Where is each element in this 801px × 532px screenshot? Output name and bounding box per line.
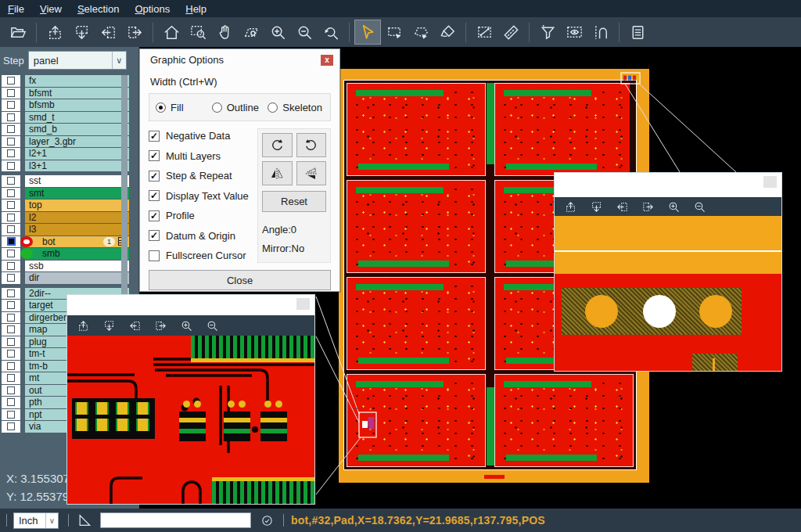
layer-row-bfsmb[interactable]: bfsmb [0, 99, 129, 111]
layer-visibility-checkbox[interactable] [7, 289, 15, 297]
menu-item-view[interactable]: View [32, 2, 70, 16]
layer-row-dir[interactable]: dir [0, 272, 129, 284]
rotate-ccw-button[interactable] [296, 133, 327, 157]
layer-visibility-checkbox[interactable] [7, 125, 15, 133]
layer-visibility-checkbox[interactable] [7, 338, 15, 346]
layer-row-smb[interactable]: smb [0, 248, 129, 260]
layer-row-bfsmt[interactable]: bfsmt [0, 88, 129, 99]
layer-visibility-checkbox[interactable] [7, 77, 15, 84]
move-left-button[interactable] [612, 199, 631, 215]
move-up-button[interactable] [41, 20, 68, 45]
dialog-titlebar[interactable]: Graphic Options x [140, 49, 339, 70]
angle-tool-icon[interactable] [77, 512, 92, 528]
move-right-button[interactable] [121, 20, 148, 45]
layer-visibility-checkbox[interactable] [7, 301, 15, 309]
option-negative-data[interactable]: ✓Negative Data [149, 130, 257, 142]
reset-button[interactable]: Reset [262, 191, 326, 212]
layer-row-l2[interactable]: l2 [0, 212, 129, 224]
close-button[interactable] [763, 176, 777, 188]
menu-item-options[interactable]: Options [127, 2, 178, 16]
zoom-area-button[interactable] [238, 20, 264, 45]
layer-row-ssb[interactable]: ssb [0, 261, 129, 272]
checkbox-icon[interactable] [149, 250, 160, 261]
layer-visibility-checkbox[interactable] [7, 386, 15, 394]
layer-list-button[interactable] [624, 20, 651, 45]
snap-button[interactable] [587, 20, 614, 45]
checkbox-icon[interactable]: ✓ [149, 171, 160, 182]
rotate-cw-button[interactable] [262, 133, 293, 157]
option-display-text-value[interactable]: ✓Display Text Value [149, 190, 257, 202]
option-datum-origin[interactable]: ✓Datum & Origin [149, 230, 257, 242]
layer-row-sst[interactable]: sst [0, 175, 129, 187]
move-up-button[interactable] [74, 318, 92, 334]
home-button[interactable] [158, 20, 185, 45]
checkbox-icon[interactable]: ✓ [149, 150, 160, 161]
filter-button[interactable] [534, 20, 561, 45]
checkbox-icon[interactable]: ✓ [149, 131, 160, 142]
zoom-in-button[interactable] [664, 199, 683, 215]
radio-icon[interactable] [212, 102, 222, 113]
checkbox-icon[interactable]: ✓ [149, 210, 160, 221]
close-button[interactable] [296, 298, 310, 310]
radio-icon[interactable] [268, 102, 278, 113]
layer-row-smd_b[interactable]: smd_b [0, 124, 129, 135]
layer-visibility-checkbox[interactable] [7, 113, 15, 121]
layer-row-layer_3.gbr[interactable]: layer_3.gbr [0, 136, 129, 148]
zoom-window-titlebar[interactable] [555, 173, 781, 197]
menu-item-help[interactable]: Help [178, 2, 214, 16]
layer-row-smd_t[interactable]: smd_t [0, 112, 129, 124]
layer-visibility-checkbox[interactable] [7, 398, 15, 406]
move-left-button[interactable] [95, 20, 121, 45]
layer-visibility-checkbox[interactable] [7, 138, 15, 146]
width-mode-outline[interactable]: Outline [212, 102, 268, 113]
move-right-button[interactable] [151, 318, 170, 334]
layer-row-l3+1[interactable]: l3+1 [0, 160, 129, 172]
zoom-window-view[interactable] [555, 216, 781, 371]
zoom-in-button[interactable] [177, 318, 196, 334]
menu-item-file[interactable]: File [0, 2, 32, 16]
move-down-button[interactable] [587, 199, 605, 215]
option-profile[interactable]: ✓Profile [149, 210, 257, 221]
move-down-button[interactable] [68, 20, 95, 45]
zoom-window-titlebar[interactable] [67, 295, 314, 315]
option-multi-layers[interactable]: ✓Multi Layers [149, 150, 257, 162]
checkbox-icon[interactable]: ✓ [149, 230, 160, 241]
layer-visibility-checkbox[interactable] [7, 214, 15, 221]
apply-icon[interactable] [260, 514, 274, 527]
show-selection-button[interactable] [561, 20, 587, 45]
zoom-in-button[interactable] [264, 20, 291, 45]
ruler-button[interactable] [497, 20, 524, 45]
width-mode-fill[interactable]: Fill [156, 102, 212, 113]
layer-visibility-checkbox[interactable] [7, 350, 15, 358]
command-input[interactable] [100, 512, 251, 528]
layer-visibility-checkbox[interactable] [7, 201, 15, 209]
flip-horizontal-button[interactable] [262, 161, 293, 185]
close-button[interactable]: Close [149, 270, 331, 290]
pan-hand-button[interactable] [211, 20, 238, 45]
layer-visibility-checkbox[interactable] [7, 101, 15, 109]
layer-visibility-checkbox[interactable] [7, 362, 15, 370]
option-fullscreen-cursor[interactable]: Fullscreen Cursor [149, 250, 257, 261]
layer-visibility-checkbox[interactable] [7, 250, 15, 257]
measure-button[interactable] [471, 20, 497, 45]
close-icon[interactable]: x [321, 55, 333, 66]
unit-select[interactable]: Inch ∨ [13, 512, 59, 529]
layer-row-smt[interactable]: smt [0, 188, 129, 200]
layer-visibility-checkbox[interactable] [7, 189, 15, 197]
radio-icon[interactable] [156, 102, 166, 113]
layer-row-l2+1[interactable]: l2+1 [0, 148, 129, 160]
layer-visibility-checkbox[interactable] [7, 237, 16, 246]
width-mode-skeleton[interactable]: Skeleton [268, 102, 324, 113]
zoom-out-button[interactable] [291, 20, 318, 45]
checkbox-icon[interactable]: ✓ [149, 190, 160, 201]
step-select[interactable]: panel ∨ [28, 51, 127, 70]
menu-item-selection[interactable]: Selection [70, 2, 127, 16]
move-right-button[interactable] [638, 199, 657, 215]
zoom-window-view[interactable] [67, 336, 314, 504]
zoom-window-button[interactable] [185, 20, 211, 45]
layer-visibility-checkbox[interactable] [7, 411, 15, 419]
layer-row-top[interactable]: top [0, 200, 129, 211]
layer-visibility-checkbox[interactable] [7, 422, 15, 430]
layer-visibility-checkbox[interactable] [7, 374, 15, 382]
layer-visibility-checkbox[interactable] [7, 225, 15, 233]
